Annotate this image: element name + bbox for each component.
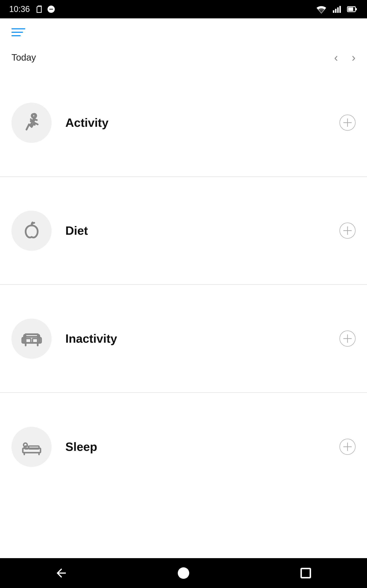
date-navigation: Today ‹ › <box>0 46 367 69</box>
category-item-inactivity[interactable]: Inactivity <box>0 285 367 393</box>
svg-rect-0 <box>333 10 334 13</box>
app-bar <box>0 18 367 46</box>
svg-point-20 <box>23 443 27 447</box>
menu-button[interactable] <box>11 28 25 36</box>
status-icons-left <box>34 5 56 14</box>
sleep-label: Sleep <box>65 440 340 454</box>
inactivity-icon-circle <box>11 319 52 359</box>
do-not-disturb-icon <box>47 5 56 14</box>
date-label: Today <box>11 52 36 63</box>
diet-label: Diet <box>65 224 340 237</box>
activity-label: Activity <box>65 116 340 130</box>
sleep-icon <box>21 436 42 457</box>
add-icon-inner-diet <box>343 226 352 235</box>
activity-add-button[interactable] <box>340 115 356 131</box>
prev-date-button[interactable]: ‹ <box>334 51 338 64</box>
menu-line-2 <box>11 32 23 33</box>
category-item-diet[interactable]: Diet <box>0 177 367 285</box>
couch-icon <box>21 328 42 349</box>
status-time: 10:36 <box>9 4 30 14</box>
add-icon-inner-inactivity <box>343 334 352 343</box>
svg-rect-6 <box>355 8 357 10</box>
category-item-activity[interactable]: Activity <box>0 69 367 177</box>
apple-icon <box>21 220 42 241</box>
signal-icon <box>331 5 342 14</box>
status-bar-left: 10:36 <box>9 4 56 14</box>
running-icon <box>21 112 42 133</box>
next-date-button[interactable]: › <box>352 51 356 64</box>
svg-rect-5 <box>348 7 353 11</box>
activity-icon-circle <box>11 103 52 143</box>
svg-rect-24 <box>301 569 310 578</box>
svg-rect-1 <box>335 9 336 13</box>
menu-line-3 <box>11 35 21 36</box>
sleep-icon-circle <box>11 427 52 467</box>
svg-rect-3 <box>340 6 341 13</box>
category-list: Activity Diet <box>0 69 367 501</box>
diet-add-button[interactable] <box>340 223 356 239</box>
home-button[interactable] <box>177 566 190 580</box>
svg-rect-2 <box>337 7 339 13</box>
battery-icon <box>346 5 358 14</box>
category-item-sleep[interactable]: Sleep <box>0 393 367 501</box>
inactivity-label: Inactivity <box>65 332 340 346</box>
nav-bar <box>0 558 367 588</box>
svg-point-23 <box>178 567 189 579</box>
menu-line-1 <box>11 28 25 29</box>
sim-card-icon <box>34 5 43 14</box>
status-bar: 10:36 <box>0 0 367 18</box>
sleep-add-button[interactable] <box>340 439 356 455</box>
date-nav-arrows: ‹ › <box>334 51 356 64</box>
status-bar-right <box>316 5 358 14</box>
recent-apps-button[interactable] <box>299 566 313 580</box>
diet-icon-circle <box>11 211 52 251</box>
back-button[interactable] <box>54 566 68 580</box>
inactivity-add-button[interactable] <box>340 330 356 346</box>
add-icon-inner <box>343 119 352 127</box>
add-icon-inner-sleep <box>343 443 352 451</box>
wifi-icon <box>316 5 327 14</box>
